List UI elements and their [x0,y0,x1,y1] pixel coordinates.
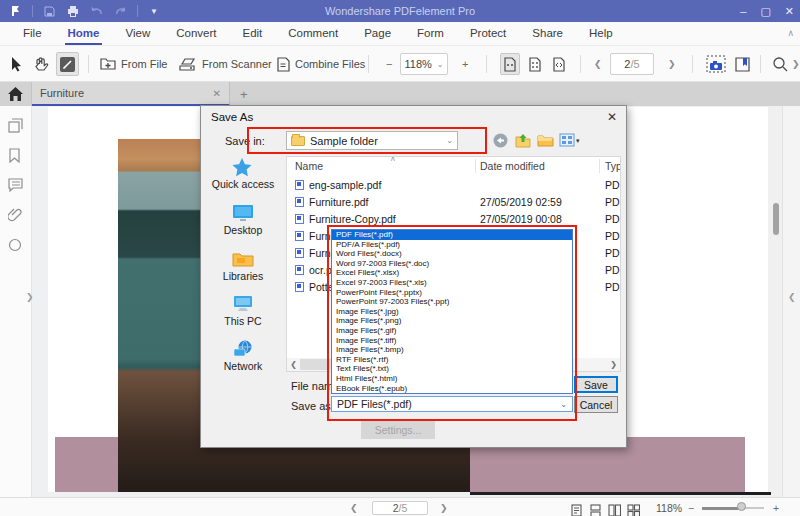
zoom-in-button[interactable]: + [462,46,468,82]
dropdown-option-html[interactable]: Html Files(*.html) [332,374,572,384]
home-tab-button[interactable] [0,82,32,106]
bookmarks-panel-icon[interactable] [8,148,24,164]
new-tab-button[interactable]: + [240,87,248,102]
attachments-panel-icon[interactable] [8,208,24,224]
collapse-ribbon-icon[interactable]: ∧ [787,28,794,38]
toolbar-overflow-button[interactable]: ❯ [792,46,800,82]
undo-icon[interactable] [89,4,105,18]
view-menu-caret-icon[interactable]: ▾ [576,137,592,153]
file-row[interactable]: Furniture.pdf 27/05/2019 02:59 PDF F [287,194,621,211]
dropdown-option-pdf[interactable]: PDF Files(*.pdf) [332,230,572,240]
bookmark-panel-button[interactable] [734,46,751,82]
dropdown-option-docx[interactable]: Word Files(*.docx) [332,249,572,259]
menu-view[interactable]: View [112,23,163,44]
view-facing-pages-button[interactable] [608,501,627,516]
place-quick-access[interactable]: Quick access [205,158,281,190]
place-this-pc[interactable]: This PC [205,295,281,327]
column-header-name[interactable]: Name [295,160,323,172]
status-previous-page-button[interactable]: ❮ [350,498,358,516]
column-header-type[interactable]: Type [605,160,621,172]
dropdown-option-txt[interactable]: Text Files(*.txt) [332,364,572,374]
page-fit-width-button[interactable] [552,46,566,82]
customize-toolbar-caret-icon[interactable]: ▼ [146,4,162,18]
close-tab-icon[interactable]: ✕ [213,88,221,99]
document-vertical-scrollbar-thumb[interactable] [773,203,779,235]
hand-tool-button[interactable] [34,46,49,82]
status-next-page-button[interactable]: ❯ [440,498,448,516]
dropdown-option-tiff[interactable]: Image Files(*.tiff) [332,336,572,346]
dropdown-option-rtf[interactable]: RTF Files(*.rtf) [332,355,572,365]
search-button[interactable] [772,46,788,82]
page-number-input[interactable]: 2 /5 [610,53,654,75]
menu-share[interactable]: Share [519,23,576,44]
dialog-close-button[interactable]: ✕ [607,110,617,124]
maximize-button[interactable]: ▢ [760,5,770,18]
back-button[interactable] [493,133,509,149]
status-page-number-input[interactable]: 2 /5 [372,501,428,515]
dropdown-option-png[interactable]: Image Files(*.png) [332,316,572,326]
menu-comment[interactable]: Comment [275,23,351,44]
save-in-combobox[interactable]: Sample folder ⌄ [286,131,458,150]
zoom-slider-handle[interactable] [737,502,746,511]
page-fit-button[interactable] [500,53,520,75]
scroll-left-arrow-icon[interactable]: ❮ [287,360,300,369]
menu-home[interactable]: Home [55,23,113,44]
file-row[interactable]: eng-sample.pdf PDF F [287,177,621,194]
dropdown-option-bmp[interactable]: Image Files(*.bmp) [332,345,572,355]
document-tab[interactable]: Furniture ✕ [32,82,230,106]
menu-protect[interactable]: Protect [457,23,519,44]
page-actual-size-button[interactable] [528,46,542,82]
previous-page-button[interactable]: ❮ [594,46,602,82]
dropdown-option-xls[interactable]: Excel 97-2003 Files(*.xls) [332,278,572,288]
from-file-button[interactable]: From File [100,46,167,82]
save-as-type-combobox[interactable]: PDF Files(*.pdf) ⌄ [331,396,573,412]
status-zoom-out-button[interactable]: − [688,498,694,516]
zoom-out-button[interactable]: − [386,46,392,82]
dropdown-option-doc[interactable]: Word 97-2003 Files(*.doc) [332,259,572,269]
screenshot-button[interactable] [706,46,726,82]
column-header-date[interactable]: Date modified [480,160,545,172]
dropdown-option-xlsx[interactable]: Excel Files(*.xlsx) [332,268,572,278]
dropdown-option-gif[interactable]: Image Files(*.gif) [332,326,572,336]
from-scanner-button[interactable]: From Scanner [178,46,272,82]
comments-panel-icon[interactable] [8,178,24,194]
dropdown-option-ppt[interactable]: PowerPoint 97-2003 Files(*.ppt) [332,297,572,307]
view-menu-button[interactable] [559,133,575,149]
document-vertical-scrollbar-track[interactable] [771,106,782,497]
menu-file[interactable]: File [10,23,55,44]
thumbnails-panel-icon[interactable] [8,118,24,134]
collapse-right-panel-arrow-icon[interactable]: ❮ [788,292,796,302]
dropdown-option-pdfa[interactable]: PDF/A Files(*.pdf) [332,240,572,250]
place-desktop[interactable]: Desktop [205,204,281,236]
new-folder-button[interactable] [537,133,553,149]
combine-files-button[interactable]: Combine Files [276,46,365,82]
zoom-level-select[interactable]: 118% ⌄ [400,53,448,75]
expand-panel-arrow-icon[interactable]: ❯ [26,292,34,302]
dropdown-option-epub[interactable]: EBook Files(*.epub) [332,384,572,394]
up-one-level-button[interactable] [515,133,531,149]
next-page-button[interactable]: ❯ [668,46,676,82]
view-continuous-button[interactable] [589,501,608,516]
place-network[interactable]: Network [205,340,281,372]
redo-icon[interactable] [113,4,129,18]
minimize-button[interactable]: – [740,5,746,17]
view-single-page-button[interactable] [570,501,589,516]
close-button[interactable]: ✕ [785,5,794,18]
status-zoom-in-button[interactable]: + [773,498,779,516]
save-button[interactable]: Save [574,376,618,393]
scroll-right-arrow-icon[interactable]: ❯ [607,360,620,369]
document-horizontal-scrollbar[interactable] [470,492,790,495]
place-libraries[interactable]: Libraries [205,250,281,282]
dropdown-option-jpg[interactable]: Image Files(*.jpg) [332,307,572,317]
print-icon[interactable] [65,4,81,18]
menu-form[interactable]: Form [404,23,457,44]
save-icon[interactable] [41,4,57,18]
menu-edit[interactable]: Edit [229,23,275,44]
stamps-panel-icon[interactable] [8,238,24,254]
menu-convert[interactable]: Convert [163,23,229,44]
dropdown-option-pptx[interactable]: PowerPoint Files(*.pptx) [332,288,572,298]
edit-tool-button[interactable] [56,52,79,76]
menu-page[interactable]: Page [351,23,404,44]
menu-help[interactable]: Help [576,23,626,44]
file-row[interactable]: Furniture-Copy.pdf 27/05/2019 00:08 PDF … [287,211,621,228]
